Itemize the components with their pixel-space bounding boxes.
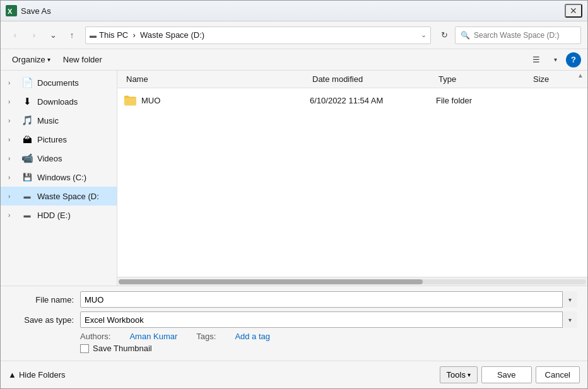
sidebar-item-pictures[interactable]: › 🏔 Pictures [1, 130, 117, 149]
svg-text:X: X [8, 8, 13, 15]
scrollbar-thumb[interactable] [119, 279, 423, 284]
sidebar-item-windows-c[interactable]: › 💾 Windows (C:) [1, 168, 117, 187]
table-row[interactable]: MUO 6/10/2022 11:54 AM File folder [117, 91, 587, 110]
file-date: 6/10/2022 11:54 AM [310, 96, 436, 105]
sidebar-item-label: HDD (E:) [37, 211, 71, 220]
file-name-input[interactable] [80, 291, 577, 308]
action-bar: Organize ▾ New folder ☰ ▾ ? [1, 49, 587, 71]
waste-space-d-icon: ▬ [21, 190, 33, 202]
address-text: This PC › Waste Space (D:) [99, 30, 418, 40]
sidebar-item-label: Pictures [37, 135, 67, 144]
sidebar-item-waste-space-d[interactable]: › ▬ Waste Space (D: [1, 187, 117, 206]
search-box[interactable]: 🔍 [455, 26, 581, 44]
footer: ▲ Hide Folders Tools ▾ Save Cancel [1, 361, 587, 388]
help-button[interactable]: ? [566, 52, 581, 67]
main-content: › 📄 Documents › ⬇ Downloads › 🎵 Music › … [1, 71, 587, 286]
dialog-title: Save As [21, 6, 565, 16]
file-name-row: File name: ▾ [11, 291, 577, 308]
sidebar-item-label: Windows (C:) [37, 173, 86, 182]
file-name-input-wrapper: ▾ [80, 291, 577, 308]
save-as-dialog: X Save As ✕ ‹ › ⌄ ↑ ▬ This PC › Waste Sp… [0, 0, 588, 389]
nav-toolbar: ‹ › ⌄ ↑ ▬ This PC › Waste Space (D:) ⌄ ↻… [1, 21, 587, 49]
folder-icon [124, 95, 136, 106]
hide-folders-chevron-icon: ▲ [8, 370, 16, 380]
expand-icon: › [8, 117, 17, 124]
save-as-type-row: Save as type: ▾ [11, 311, 577, 328]
close-button[interactable]: ✕ [565, 4, 582, 18]
search-input[interactable] [474, 31, 575, 40]
tags-value[interactable]: Add a tag [235, 332, 270, 341]
address-dropdown-icon[interactable]: ⌄ [421, 31, 426, 39]
save-thumbnail-label[interactable]: Save Thumbnail [80, 344, 152, 353]
scroll-up-button[interactable]: ▲ [577, 72, 584, 79]
organize-button[interactable]: Organize ▾ [7, 53, 56, 66]
sidebar-item-music[interactable]: › 🎵 Music [1, 111, 117, 130]
save-label: Save [497, 370, 516, 380]
sidebar-item-hdd-e[interactable]: › ▬ HDD (E:) [1, 206, 117, 224]
address-bar[interactable]: ▬ This PC › Waste Space (D:) ⌄ [85, 26, 431, 44]
file-name-label: File name: [11, 295, 80, 305]
col-header-type[interactable]: Type [436, 73, 531, 85]
tags-label: Tags: [196, 332, 216, 341]
file-name-dropdown-icon[interactable]: ▾ [562, 291, 577, 308]
file-name-text: MUO [141, 96, 160, 105]
refresh-button[interactable]: ↻ [436, 27, 452, 44]
save-as-type-dropdown-icon[interactable]: ▾ [562, 311, 577, 328]
expand-icon: › [8, 174, 17, 181]
view-icon: ☰ [532, 55, 540, 64]
back-button[interactable]: ‹ [7, 27, 23, 44]
new-folder-button[interactable]: New folder [58, 53, 107, 66]
forward-button[interactable]: › [26, 27, 42, 44]
horizontal-scrollbar[interactable] [117, 277, 587, 286]
tools-label: Tools [447, 370, 466, 380]
tools-dropdown-icon: ▾ [467, 371, 471, 378]
view-dropdown-button[interactable]: ▾ [547, 52, 563, 68]
authors-value[interactable]: Aman Kumar [129, 332, 177, 341]
thumbnail-row: Save Thumbnail [11, 344, 577, 353]
view-options-button[interactable]: ☰ [528, 52, 544, 68]
expand-icon: › [8, 79, 17, 86]
windows-c-icon: 💾 [21, 171, 33, 183]
authors-label: Authors: [80, 332, 110, 341]
save-as-type-input-wrapper: ▾ [80, 311, 577, 328]
column-header-row: Name Date modified Type Size ▲ [117, 71, 587, 88]
save-as-type-label: Save as type: [11, 315, 80, 325]
hide-folders-label: Hide Folders [19, 370, 66, 380]
file-list: Name Date modified Type Size ▲ MUO [117, 71, 587, 286]
file-name-cell: MUO [124, 95, 310, 106]
save-thumbnail-checkbox[interactable] [80, 344, 89, 353]
save-as-type-input[interactable] [80, 311, 577, 328]
scrollbar-track [119, 279, 586, 284]
sidebar-item-label: Waste Space (D: [37, 192, 99, 201]
sidebar-item-videos[interactable]: › 📹 Videos [1, 149, 117, 168]
col-header-name[interactable]: Name [124, 73, 310, 85]
expand-icon: › [8, 98, 17, 105]
tools-button[interactable]: Tools ▾ [440, 366, 478, 383]
sidebar: › 📄 Documents › ⬇ Downloads › 🎵 Music › … [1, 71, 117, 286]
expand-icon: › [8, 212, 17, 219]
up-button[interactable]: ↑ [64, 27, 80, 44]
documents-icon: 📄 [21, 76, 33, 89]
expand-icon: › [8, 136, 17, 143]
file-entries: MUO 6/10/2022 11:54 AM File folder [117, 88, 587, 277]
sidebar-item-downloads[interactable]: › ⬇ Downloads [1, 92, 117, 111]
title-bar: X Save As ✕ [1, 1, 587, 21]
pictures-icon: 🏔 [21, 133, 33, 146]
sidebar-item-label: Downloads [37, 97, 78, 107]
cancel-button[interactable]: Cancel [536, 366, 580, 383]
new-folder-label: New folder [63, 55, 102, 64]
address-prefix-icon: ▬ [90, 32, 97, 39]
help-icon: ? [571, 55, 576, 64]
sidebar-item-documents[interactable]: › 📄 Documents [1, 73, 117, 92]
save-button[interactable]: Save [481, 366, 532, 383]
expand-icon: › [8, 193, 17, 200]
meta-row: Authors: Aman Kumar Tags: Add a tag [11, 332, 577, 341]
view-dropdown-icon: ▾ [554, 56, 557, 63]
col-header-size[interactable]: Size [531, 73, 581, 85]
organize-label: Organize [12, 55, 45, 64]
hide-folders-button[interactable]: ▲ Hide Folders [8, 370, 66, 380]
search-icon: 🔍 [461, 31, 470, 40]
recent-locations-button[interactable]: ⌄ [45, 27, 61, 44]
col-header-date[interactable]: Date modified [310, 73, 436, 85]
sidebar-item-label: Documents [37, 78, 79, 88]
